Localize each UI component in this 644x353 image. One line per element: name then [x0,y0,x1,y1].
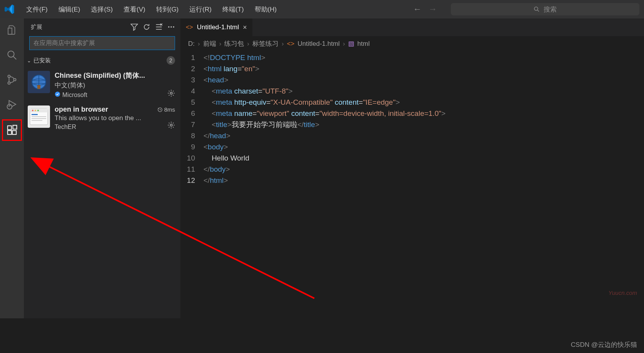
svg-point-18 [168,26,170,28]
breadcrumb-item[interactable]: D: [188,40,195,48]
activity-extensions[interactable] [5,124,18,137]
sidebar-title: 扩展 [31,23,126,31]
search-placeholder: 搜索 [544,5,557,14]
activity-bar [0,18,24,318]
filter-icon[interactable] [130,23,138,31]
menu-terminal[interactable]: 终端(T) [219,3,248,15]
line-gutter: 123 456 789 101112 [180,52,204,186]
extension-icon [28,71,50,93]
svg-point-0 [534,7,538,10]
html-file-icon: <> [287,40,295,48]
breadcrumb-item[interactable]: Untitled-1.html [298,40,340,48]
extension-item[interactable]: Chinese (Simplified) (简体... 中文(简体) Micro… [24,68,180,102]
activity-explorer[interactable] [5,24,18,37]
code-content[interactable]: <!DOCTYPE html><html lang="en"><head> <m… [204,52,644,186]
svg-point-5 [8,82,10,84]
menu-file[interactable]: 文件(F) [22,3,52,15]
svg-point-6 [14,79,16,81]
titlebar: 文件(F) 编辑(E) 选择(S) 查看(V) 转到(G) 运行(R) 终端(T… [0,0,644,18]
svg-point-20 [173,26,175,28]
menu-edit[interactable]: 编辑(E) [55,3,84,15]
breadcrumb-item[interactable]: 练习包 [224,39,244,48]
svg-rect-10 [8,130,12,134]
menu-selection[interactable]: 选择(S) [87,3,117,15]
extension-desc: 中文(简体) [55,81,163,90]
menu-goto[interactable]: 转到(G) [152,3,183,15]
editor-tab[interactable]: <> Untitled-1.html × [180,18,253,36]
extensions-search-input[interactable] [30,40,175,47]
history-icon [157,107,163,112]
nav-back-icon[interactable]: ← [413,4,422,14]
svg-point-8 [7,104,12,109]
installed-section[interactable]: ⌄ 已安装 2 [24,54,180,68]
svg-rect-31 [32,114,38,115]
svg-line-3 [13,57,17,60]
extension-load-time: 8ms [157,106,175,113]
clear-icon[interactable] [155,23,163,31]
section-count-badge: 2 [167,56,175,65]
svg-point-4 [8,75,10,77]
activity-source-control[interactable] [5,73,18,86]
svg-rect-11 [12,130,16,134]
svg-line-1 [537,10,539,12]
extension-publisher: TechER [55,124,76,130]
extension-icon [28,105,50,128]
svg-point-30 [37,110,39,111]
extension-desc: This allows you to open the ... [55,114,153,122]
editor-area: <> Untitled-1.html × D:› 前端› 练习包› 标签练习› … [180,18,644,318]
svg-point-36 [170,124,172,126]
watermark-author: CSDN @云边的快乐猫 [571,340,637,349]
section-label: 已安装 [33,57,51,64]
refresh-icon[interactable] [143,23,150,31]
svg-rect-32 [32,116,46,117]
menu-help[interactable]: 帮助(H) [251,3,281,15]
editor-tabs: <> Untitled-1.html × [180,18,644,36]
vscode-logo-icon [5,4,15,14]
verified-icon [55,91,60,99]
svg-rect-12 [13,125,17,129]
extensions-search[interactable] [29,36,175,50]
chevron-down-icon: ⌄ [27,58,31,64]
gear-icon[interactable] [167,121,175,130]
extension-publisher: Microsoft [62,92,87,99]
activity-debug[interactable] [5,98,18,111]
command-center-search[interactable]: 搜索 [451,3,639,15]
activity-extensions-highlight [2,119,22,141]
svg-point-28 [32,110,33,111]
tab-filename: Untitled-1.html [197,23,239,31]
menu-view[interactable]: 查看(V) [120,3,149,15]
gear-icon[interactable] [167,89,175,99]
breadcrumb-item[interactable]: 前端 [203,39,216,48]
activity-search[interactable] [5,49,18,62]
svg-point-25 [170,92,172,94]
svg-point-19 [170,26,172,28]
more-icon[interactable] [167,23,175,31]
breadcrumb-item[interactable]: 标签练习 [252,39,279,48]
html-file-icon: <> [186,24,193,31]
svg-rect-23 [37,85,40,89]
search-icon [534,6,540,12]
extension-item[interactable]: open in browser This allows you to open … [24,102,180,134]
svg-rect-34 [32,120,42,121]
extensions-sidebar: 扩展 ⌄ 已安装 2 Chinese (Simplified) (简体... 中… [24,18,180,318]
watermark-site: Yuucn.com [609,289,637,296]
close-icon[interactable]: × [243,23,247,32]
menu-run[interactable]: 运行(R) [185,3,215,15]
svg-point-29 [35,110,36,111]
symbol-icon: ▧ [348,40,354,48]
extension-title: Chinese (Simplified) (简体... [55,71,163,80]
svg-rect-33 [32,118,46,119]
code-editor[interactable]: 123 456 789 101112 <!DOCTYPE html><html … [180,51,644,186]
svg-rect-9 [8,126,12,130]
svg-point-2 [8,51,14,57]
breadcrumb[interactable]: D:› 前端› 练习包› 标签练习› <> Untitled-1.html› ▧… [180,36,644,51]
extension-title: open in browser [55,105,153,114]
breadcrumb-item[interactable]: html [357,40,370,48]
nav-forward-icon[interactable]: → [429,4,437,14]
